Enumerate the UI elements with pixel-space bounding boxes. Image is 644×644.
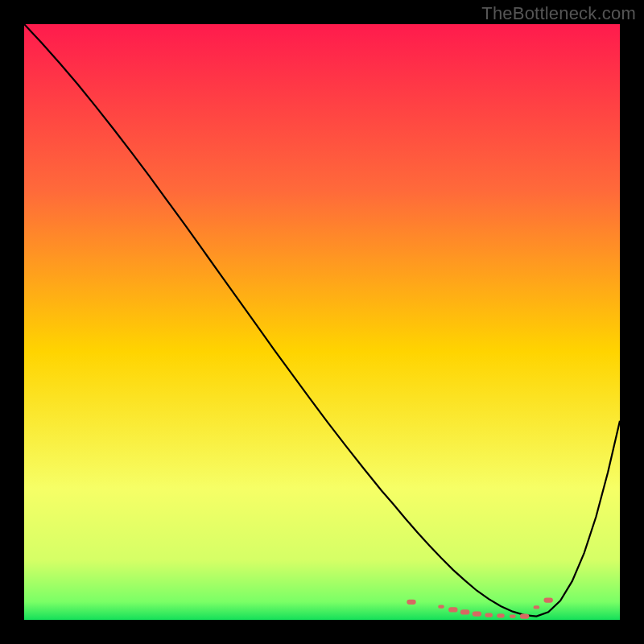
curve-marker — [497, 613, 505, 617]
gradient-background — [24, 24, 620, 620]
plot-area — [24, 24, 620, 620]
curve-marker — [534, 605, 540, 609]
curve-marker — [473, 611, 481, 616]
bottleneck-chart — [24, 24, 620, 620]
curve-marker — [520, 613, 529, 618]
curve-marker — [438, 605, 444, 609]
curve-marker — [510, 614, 516, 617]
curve-marker — [407, 600, 415, 605]
watermark-text: TheBottleneck.com — [481, 3, 636, 24]
curve-marker — [485, 613, 493, 617]
curve-marker — [448, 607, 457, 612]
app-frame: TheBottleneck.com — [0, 0, 644, 644]
curve-marker — [460, 609, 469, 614]
curve-marker — [544, 597, 553, 602]
